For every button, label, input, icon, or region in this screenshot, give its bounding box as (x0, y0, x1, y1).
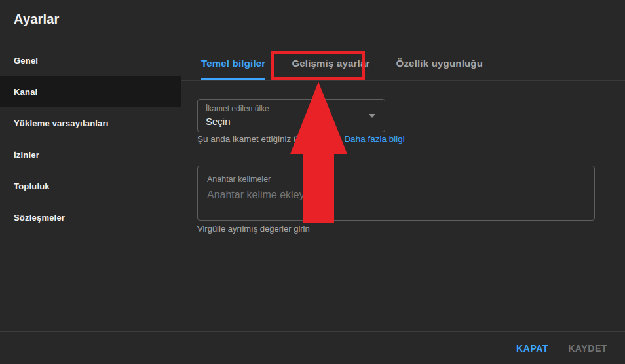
sidebar-item-yukleme-varsayilanlari[interactable]: Yükleme varsayılanları (0, 107, 181, 139)
page-title: Ayarlar (14, 12, 60, 27)
country-select-label: İkamet edilen ülke (206, 104, 377, 113)
tab-gelismis-ayarlar[interactable]: Gelişmiş ayarlar (292, 58, 369, 80)
save-button[interactable]: KAYDET (568, 343, 607, 354)
settings-main-panel: Temel bilgiler Gelişmiş ayarlar Özellik … (181, 39, 625, 331)
keywords-field[interactable]: Anahtar kelimeler (197, 166, 595, 221)
tab-bar: Temel bilgiler Gelişmiş ayarlar Özellik … (181, 39, 625, 81)
sidebar-item-label: Kanal (14, 87, 37, 97)
country-select-value: Seçin (206, 116, 377, 127)
chevron-down-icon (369, 114, 375, 118)
keywords-input[interactable] (207, 189, 585, 209)
settings-dialog: Ayarlar Genel Kanal Yükleme varsayılanla… (0, 0, 625, 364)
sidebar-item-topluluk[interactable]: Topluluk (0, 170, 181, 202)
tab-ozellik-uygunlugu[interactable]: Özellik uygunluğu (396, 58, 483, 80)
country-helper-text: Şu anda ikamet ettiğiniz ülkeyi seçin. D… (197, 134, 405, 144)
close-button[interactable]: KAPAT (516, 343, 548, 354)
sidebar-item-label: Topluluk (14, 181, 50, 191)
sidebar-item-label: İzinler (14, 150, 39, 160)
dialog-body: Genel Kanal Yükleme varsayılanları İzinl… (0, 39, 625, 331)
keywords-field-label: Anahtar kelimeler (207, 175, 585, 184)
settings-sidebar: Genel Kanal Yükleme varsayılanları İzinl… (0, 39, 181, 331)
sidebar-item-label: Genel (14, 56, 38, 65)
tab-label: Özellik uygunluğu (396, 58, 483, 69)
tab-temel-bilgiler[interactable]: Temel bilgiler (201, 58, 265, 80)
sidebar-item-kanal[interactable]: Kanal (0, 76, 181, 107)
sidebar-item-sozlesmeler[interactable]: Sözleşmeler (0, 202, 181, 233)
dialog-footer: KAPAT KAYDET (0, 331, 625, 364)
more-info-link[interactable]: Daha fazla bilgi (344, 134, 404, 144)
sidebar-item-izinler[interactable]: İzinler (0, 139, 181, 170)
dialog-header: Ayarlar (0, 0, 625, 39)
sidebar-item-label: Sözleşmeler (14, 213, 65, 223)
sidebar-item-label: Yükleme varsayılanları (14, 118, 109, 128)
country-select[interactable]: İkamet edilen ülke Seçin (197, 99, 385, 132)
tab-label: Temel bilgiler (201, 58, 265, 69)
keywords-helper-text: Virgülle ayrılmış değerler girin (197, 224, 310, 234)
tab-label: Gelişmiş ayarlar (292, 58, 369, 69)
country-helper-static: Şu anda ikamet ettiğiniz ülkeyi seçin. (197, 134, 344, 144)
sidebar-item-genel[interactable]: Genel (0, 45, 181, 76)
